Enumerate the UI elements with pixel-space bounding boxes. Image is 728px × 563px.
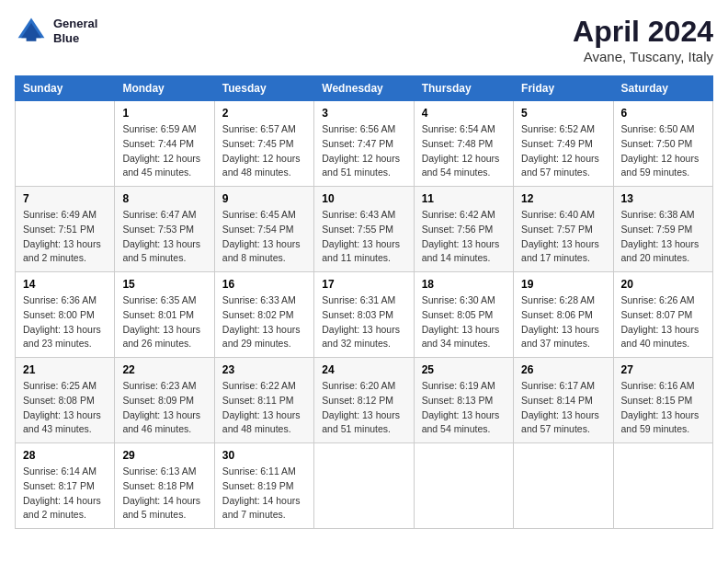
day-number: 14: [23, 278, 107, 291]
calendar-week-row: 21 Sunrise: 6:25 AMSunset: 8:08 PMDaylig…: [16, 358, 713, 443]
calendar-cell: 29 Sunrise: 6:13 AMSunset: 8:18 PMDaylig…: [115, 443, 214, 529]
logo-line1: General: [53, 17, 97, 31]
day-detail: Sunrise: 6:13 AMSunset: 8:18 PMDaylight:…: [122, 465, 206, 523]
day-number: 13: [621, 192, 705, 205]
day-number: 22: [122, 363, 206, 376]
day-number: 27: [621, 363, 705, 376]
calendar-cell: 28 Sunrise: 6:14 AMSunset: 8:17 PMDaylig…: [16, 443, 115, 529]
page-header: General Blue April 2024 Avane, Tuscany, …: [15, 15, 713, 64]
calendar-week-row: 28 Sunrise: 6:14 AMSunset: 8:17 PMDaylig…: [16, 443, 713, 529]
calendar-cell: 5 Sunrise: 6:52 AMSunset: 7:49 PMDayligh…: [514, 101, 613, 187]
calendar-cell: 25 Sunrise: 6:19 AMSunset: 8:13 PMDaylig…: [414, 358, 513, 443]
day-detail: Sunrise: 6:23 AMSunset: 8:09 PMDaylight:…: [122, 379, 206, 437]
day-detail: Sunrise: 6:52 AMSunset: 7:49 PMDaylight:…: [521, 122, 605, 180]
weekday-header: Sunday: [16, 76, 115, 101]
calendar-cell: 11 Sunrise: 6:42 AMSunset: 7:56 PMDaylig…: [414, 187, 513, 272]
day-number: 29: [122, 449, 206, 462]
day-detail: Sunrise: 6:20 AMSunset: 8:12 PMDaylight:…: [322, 379, 405, 437]
calendar-table: SundayMondayTuesdayWednesdayThursdayFrid…: [15, 75, 713, 529]
day-detail: Sunrise: 6:22 AMSunset: 8:11 PMDaylight:…: [222, 379, 306, 437]
day-detail: Sunrise: 6:54 AMSunset: 7:48 PMDaylight:…: [422, 122, 506, 180]
calendar-cell: 22 Sunrise: 6:23 AMSunset: 8:09 PMDaylig…: [115, 358, 214, 443]
logo-icon: [15, 15, 48, 48]
calendar-cell: 15 Sunrise: 6:35 AMSunset: 8:01 PMDaylig…: [115, 272, 214, 358]
day-number: 15: [122, 278, 206, 291]
main-title: April 2024: [573, 15, 713, 49]
day-detail: Sunrise: 6:26 AMSunset: 8:07 PMDaylight:…: [621, 293, 705, 351]
calendar-cell: 24 Sunrise: 6:20 AMSunset: 8:12 PMDaylig…: [314, 358, 414, 443]
calendar-cell: 26 Sunrise: 6:17 AMSunset: 8:14 PMDaylig…: [514, 358, 613, 443]
calendar-cell: 18 Sunrise: 6:30 AMSunset: 8:05 PMDaylig…: [414, 272, 513, 358]
calendar-cell: 3 Sunrise: 6:56 AMSunset: 7:47 PMDayligh…: [314, 101, 414, 187]
day-number: 21: [23, 363, 107, 376]
calendar-cell: 19 Sunrise: 6:28 AMSunset: 8:06 PMDaylig…: [514, 272, 613, 358]
day-detail: Sunrise: 6:33 AMSunset: 8:02 PMDaylight:…: [222, 293, 306, 351]
day-number: 12: [521, 192, 605, 205]
day-detail: Sunrise: 6:57 AMSunset: 7:45 PMDaylight:…: [222, 122, 306, 180]
day-detail: Sunrise: 6:49 AMSunset: 7:51 PMDaylight:…: [23, 208, 107, 266]
day-number: 24: [322, 363, 405, 376]
calendar-cell: [514, 443, 613, 529]
day-detail: Sunrise: 6:11 AMSunset: 8:19 PMDaylight:…: [222, 465, 306, 523]
day-detail: Sunrise: 6:31 AMSunset: 8:03 PMDaylight:…: [322, 293, 405, 351]
svg-rect-3: [27, 35, 37, 41]
day-detail: Sunrise: 6:59 AMSunset: 7:44 PMDaylight:…: [122, 122, 206, 180]
day-number: 11: [422, 192, 506, 205]
calendar-cell: [314, 443, 414, 529]
day-number: 7: [23, 192, 107, 205]
day-number: 26: [521, 363, 605, 376]
calendar-cell: 23 Sunrise: 6:22 AMSunset: 8:11 PMDaylig…: [214, 358, 313, 443]
calendar-cell: 27 Sunrise: 6:16 AMSunset: 8:15 PMDaylig…: [613, 358, 712, 443]
day-detail: Sunrise: 6:14 AMSunset: 8:17 PMDaylight:…: [23, 465, 107, 523]
day-detail: Sunrise: 6:35 AMSunset: 8:01 PMDaylight:…: [122, 293, 206, 351]
day-detail: Sunrise: 6:25 AMSunset: 8:08 PMDaylight:…: [23, 379, 107, 437]
calendar-header-row: SundayMondayTuesdayWednesdayThursdayFrid…: [16, 76, 713, 101]
title-block: April 2024 Avane, Tuscany, Italy: [573, 15, 713, 64]
day-number: 18: [422, 278, 506, 291]
day-number: 23: [222, 363, 306, 376]
day-detail: Sunrise: 6:19 AMSunset: 8:13 PMDaylight:…: [422, 379, 506, 437]
calendar-cell: 4 Sunrise: 6:54 AMSunset: 7:48 PMDayligh…: [414, 101, 513, 187]
calendar-cell: 20 Sunrise: 6:26 AMSunset: 8:07 PMDaylig…: [613, 272, 712, 358]
calendar-cell: 8 Sunrise: 6:47 AMSunset: 7:53 PMDayligh…: [115, 187, 214, 272]
day-number: 4: [422, 107, 506, 120]
weekday-header: Saturday: [613, 76, 712, 101]
weekday-header: Thursday: [414, 76, 513, 101]
day-number: 1: [122, 107, 206, 120]
calendar-cell: 14 Sunrise: 6:36 AMSunset: 8:00 PMDaylig…: [16, 272, 115, 358]
calendar-cell: 6 Sunrise: 6:50 AMSunset: 7:50 PMDayligh…: [613, 101, 712, 187]
calendar-cell: 16 Sunrise: 6:33 AMSunset: 8:02 PMDaylig…: [214, 272, 313, 358]
calendar-cell: 17 Sunrise: 6:31 AMSunset: 8:03 PMDaylig…: [314, 272, 414, 358]
day-detail: Sunrise: 6:56 AMSunset: 7:47 PMDaylight:…: [322, 122, 405, 180]
day-number: 16: [222, 278, 306, 291]
weekday-header: Monday: [115, 76, 214, 101]
calendar-week-row: 7 Sunrise: 6:49 AMSunset: 7:51 PMDayligh…: [16, 187, 713, 272]
day-number: 28: [23, 449, 107, 462]
calendar-cell: 10 Sunrise: 6:43 AMSunset: 7:55 PMDaylig…: [314, 187, 414, 272]
day-detail: Sunrise: 6:17 AMSunset: 8:14 PMDaylight:…: [521, 379, 605, 437]
day-detail: Sunrise: 6:16 AMSunset: 8:15 PMDaylight:…: [621, 379, 705, 437]
calendar-cell: [16, 101, 115, 187]
calendar-cell: 1 Sunrise: 6:59 AMSunset: 7:44 PMDayligh…: [115, 101, 214, 187]
calendar-cell: 30 Sunrise: 6:11 AMSunset: 8:19 PMDaylig…: [214, 443, 313, 529]
day-number: 25: [422, 363, 506, 376]
calendar-cell: [613, 443, 712, 529]
calendar-cell: 12 Sunrise: 6:40 AMSunset: 7:57 PMDaylig…: [514, 187, 613, 272]
calendar-week-row: 1 Sunrise: 6:59 AMSunset: 7:44 PMDayligh…: [16, 101, 713, 187]
logo-text: General Blue: [53, 17, 97, 45]
day-number: 17: [322, 278, 405, 291]
weekday-header: Wednesday: [314, 76, 414, 101]
day-detail: Sunrise: 6:30 AMSunset: 8:05 PMDaylight:…: [422, 293, 506, 351]
day-detail: Sunrise: 6:50 AMSunset: 7:50 PMDaylight:…: [621, 122, 705, 180]
weekday-header: Tuesday: [214, 76, 313, 101]
calendar-cell: [414, 443, 513, 529]
calendar-cell: 13 Sunrise: 6:38 AMSunset: 7:59 PMDaylig…: [613, 187, 712, 272]
weekday-header: Friday: [514, 76, 613, 101]
day-number: 2: [222, 107, 306, 120]
logo: General Blue: [15, 15, 97, 48]
sub-title: Avane, Tuscany, Italy: [573, 49, 713, 64]
day-number: 10: [322, 192, 405, 205]
calendar-week-row: 14 Sunrise: 6:36 AMSunset: 8:00 PMDaylig…: [16, 272, 713, 358]
day-number: 20: [621, 278, 705, 291]
day-detail: Sunrise: 6:45 AMSunset: 7:54 PMDaylight:…: [222, 208, 306, 266]
